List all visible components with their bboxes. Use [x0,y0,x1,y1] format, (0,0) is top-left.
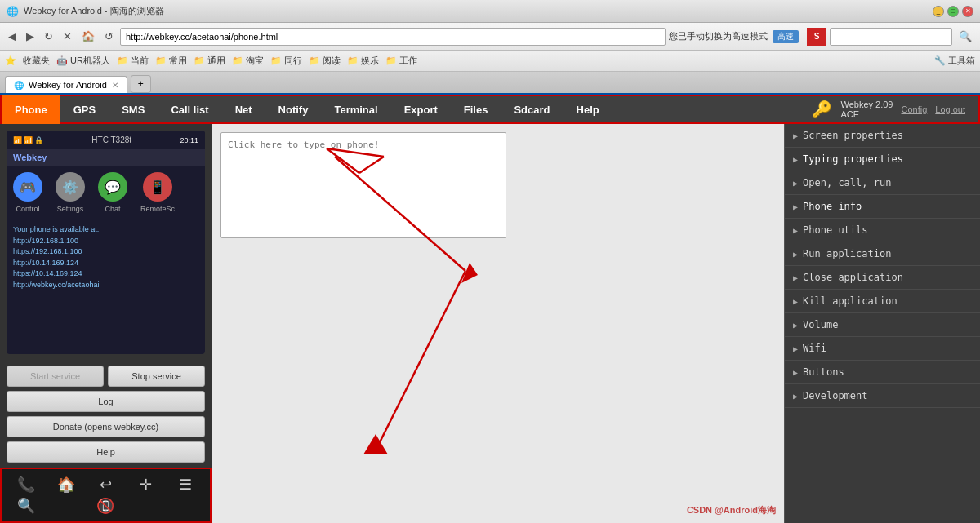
app-menubar: Phone GPS SMS Call list Net Notify Termi… [0,95,980,124]
menu-tab-net[interactable]: Net [222,95,265,124]
menu-tab-files[interactable]: Files [451,95,501,124]
start-service-button[interactable]: Start service [7,366,104,387]
right-panel-buttons[interactable]: ▶ Buttons [785,361,980,384]
right-panel-close-application[interactable]: ▶ Close application [785,266,980,290]
phone-app-chat[interactable]: 💬 Chat [98,172,127,213]
right-panel-open-call-run[interactable]: ▶ Open, call, run [785,171,980,195]
svg-marker-4 [461,263,478,283]
menu-tab-help[interactable]: Help [564,95,612,124]
nav-search-icon[interactable]: 🔍 [17,497,35,515]
svg-marker-6 [363,434,388,454]
config-link[interactable]: Config [902,104,928,114]
search-engine-icon: S [807,28,826,46]
bookmark-reading[interactable]: 📁 阅读 [309,55,341,67]
right-panel-screen-properties[interactable]: ▶ Screen properties [785,124,980,148]
nav-menu-icon[interactable]: ☰ [179,476,192,494]
nav-back-icon[interactable]: ↩ [100,476,112,494]
refresh-button[interactable]: ↻ [41,29,56,44]
close-button[interactable]: ✕ [962,6,973,17]
home-button[interactable]: 🏠 [78,29,98,44]
tab-add-button[interactable]: + [131,75,151,93]
menu-tab-gps[interactable]: GPS [60,95,109,124]
tab-close-button[interactable]: ✕ [112,81,118,90]
arrow-icon-development: ▶ [793,392,798,401]
bookmark-entertainment[interactable]: 📁 娱乐 [347,55,379,67]
bookmark-peers[interactable]: 📁 同行 [270,55,302,67]
phone-model: HTC T328t [43,134,180,146]
phone-status-icons: 📶📶🔒 [13,136,43,144]
stop-service-button[interactable]: Stop service [108,366,205,387]
chat-icon-circle: 💬 [98,172,127,202]
watermark: CSDN @Android海淘 [687,504,776,516]
menu-tab-phone[interactable]: Phone [2,95,60,124]
type-area[interactable] [220,132,506,238]
center-panel [212,124,784,523]
bookmark-general[interactable]: 📁 通用 [194,55,225,67]
nav-call-icon[interactable]: 📞 [17,476,35,494]
bookmark-ur[interactable]: 🤖 UR机器人 [56,55,110,67]
address-bar[interactable] [120,28,666,46]
phone-info-text: Your phone is available at: http://192.1… [7,219,205,295]
tab-webkey[interactable]: 🌐 Webkey for Android ✕ [5,76,127,93]
donate-button[interactable]: Donate (opens webkey.cc) [7,416,205,437]
bookmark-common[interactable]: 📁 常用 [155,55,187,67]
bookmarks-bar: ⭐ 收藏夹 🤖 UR机器人 📁 当前 📁 常用 📁 通用 📁 淘宝 📁 同行 📁… [0,51,980,72]
phone-screen: 📶📶🔒 HTC T328t 20:11 Webkey 🎮 Control ⚙️ [7,131,205,354]
settings-label: Settings [57,205,84,213]
stop-button[interactable]: ✕ [60,29,75,44]
phone-app-control[interactable]: 🎮 Control [13,172,42,213]
bookmark-tools[interactable]: 🔧 工具箱 [934,55,975,67]
arrow-icon-run: ▶ [793,250,798,259]
right-panel-kill-application[interactable]: ▶ Kill application [785,290,980,313]
search-button[interactable]: 🔍 [956,29,975,44]
search-input[interactable] [830,28,952,46]
browser-navbar: ◀ ▶ ↻ ✕ 🏠 ↺ 您已手动切换为高速模式 高速 S 🔍 [0,23,980,51]
right-panel-typing-properties[interactable]: ▶ Typing properties [785,148,980,171]
phone-app-remote[interactable]: 📱 RemoteSc [140,172,175,213]
forward-button[interactable]: ▶ [23,29,38,44]
phone-app-settings[interactable]: ⚙️ Settings [56,172,85,213]
webkey-icon: 🔑 [812,100,832,119]
bookmark-taobao[interactable]: 📁 淘宝 [232,55,264,67]
right-panel-development[interactable]: ▶ Development [785,384,980,408]
bookmark-star: ⭐ [5,55,16,66]
arrow-icon-phone-info: ▶ [793,202,798,211]
logout-link[interactable]: Log out [935,104,965,114]
bookmark-favorites[interactable]: 收藏夹 [23,55,50,67]
settings-icon-circle: ⚙️ [56,172,85,202]
arrow-icon-screen: ▶ [793,131,798,140]
menu-tab-terminal[interactable]: Terminal [321,95,390,124]
phone-app-icons: 🎮 Control ⚙️ Settings 💬 Chat 📱 RemoteSc [7,166,205,219]
bookmark-work[interactable]: 📁 工作 [385,55,417,67]
app-header-right: 🔑 Webkey 2.09ACE Config Log out [812,100,978,119]
arrow-icon-open: ▶ [793,179,798,188]
nav-dpad-icon[interactable]: ✛ [140,476,152,494]
right-panel-wifi[interactable]: ▶ Wifi [785,337,980,361]
menu-tab-notify[interactable]: Notify [265,95,322,124]
log-button[interactable]: Log [7,391,205,412]
right-panel-run-application[interactable]: ▶ Run application [785,242,980,266]
maximize-button[interactable]: □ [947,6,959,17]
nav-endcall-icon[interactable]: 📵 [96,497,114,515]
history-button[interactable]: ↺ [101,29,117,44]
right-panel-volume[interactable]: ▶ Volume [785,313,980,337]
help-button[interactable]: Help [7,441,205,463]
menu-tab-calllist[interactable]: Call list [158,95,221,124]
right-panel-phone-utils[interactable]: ▶ Phone utils [785,219,980,242]
menu-tab-sms[interactable]: SMS [109,95,158,124]
nav-home-icon[interactable]: 🏠 [57,476,75,494]
webkey-label: Webkey [13,153,47,162]
arrow-icon-wifi: ▶ [793,344,798,353]
menu-tab-export[interactable]: Export [391,95,451,124]
right-panel-phone-info[interactable]: ▶ Phone info [785,195,980,219]
phone-time: 20:11 [180,136,198,144]
minimize-button[interactable]: _ [933,6,944,17]
left-panel: 📶📶🔒 HTC T328t 20:11 Webkey 🎮 Control ⚙️ [0,124,212,523]
back-button[interactable]: ◀ [5,29,20,44]
phone-buttons: Start service Stop service Log Donate (o… [0,361,212,468]
bookmark-current[interactable]: 📁 当前 [117,55,149,67]
arrow-icon-close: ▶ [793,273,798,282]
browser-favicon: 🌐 [7,6,19,17]
menu-tab-sdcard[interactable]: Sdcard [501,95,563,124]
arrow-icon-volume: ▶ [793,321,798,330]
